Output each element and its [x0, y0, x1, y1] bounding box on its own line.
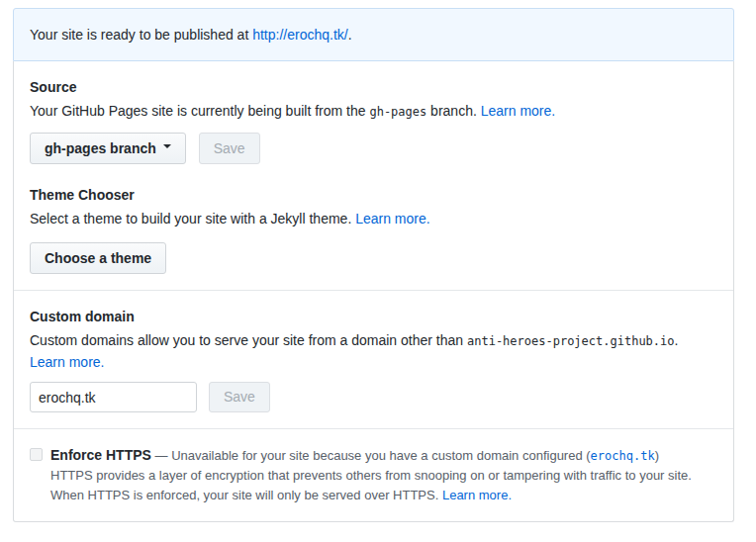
source-description: Your GitHub Pages site is currently bein…: [30, 101, 717, 123]
https-desc2-text: When HTTPS is enforced, your site will o…: [50, 488, 442, 502]
enforce-https-checkbox[interactable]: [30, 448, 43, 461]
banner-text-period: .: [348, 27, 352, 43]
theme-learn-more-link[interactable]: Learn more.: [355, 211, 429, 226]
https-description-line1: HTTPS provides a layer of encryption tha…: [50, 466, 692, 486]
enforce-https-label-line: Enforce HTTPS — Unavailable for your sit…: [50, 445, 692, 466]
source-heading: Source: [30, 77, 717, 97]
enforce-https-label: Enforce HTTPS: [50, 447, 151, 463]
branch-name-code: gh-pages: [369, 105, 426, 119]
publish-ready-banner: Your site is ready to be published at ht…: [13, 8, 734, 61]
branch-select-dropdown[interactable]: gh-pages branch: [30, 133, 186, 164]
github-pages-settings: Your site is ready to be published at ht…: [13, 8, 734, 522]
published-url-link[interactable]: http://erochq.tk/: [252, 27, 348, 43]
domain-desc-text: Custom domains allow you to serve your s…: [30, 332, 467, 348]
https-domain-link[interactable]: erochq.tk: [591, 449, 655, 463]
source-theme-section: Source Your GitHub Pages site is current…: [14, 61, 733, 290]
theme-desc-text: Select a theme to build your site with a…: [30, 211, 355, 226]
https-description-line2: When HTTPS is enforced, your site will o…: [50, 486, 692, 505]
source-controls: gh-pages branch Save: [30, 133, 717, 164]
branch-dropdown-label: gh-pages branch: [45, 140, 156, 156]
enforce-https-note: — Unavailable for your site because you …: [151, 448, 591, 463]
custom-domain-heading: Custom domain: [30, 307, 717, 326]
source-desc-text-2: branch.: [426, 103, 480, 119]
custom-domain-controls: Save: [30, 382, 717, 412]
enforce-https-note-close: ): [655, 448, 659, 463]
https-learn-more-link[interactable]: Learn more.: [442, 488, 512, 502]
enforce-https-section: Enforce HTTPS — Unavailable for your sit…: [14, 428, 733, 521]
source-save-button[interactable]: Save: [199, 133, 260, 164]
domain-learn-more-link[interactable]: Learn more.: [30, 354, 104, 370]
source-desc-text: Your GitHub Pages site is currently bein…: [30, 103, 369, 119]
custom-domain-section: Custom domain Custom domains allow you t…: [14, 290, 733, 428]
domain-desc-text-2: .: [675, 332, 679, 348]
theme-chooser-heading: Theme Chooser: [30, 185, 717, 205]
pages-settings-box: Source Your GitHub Pages site is current…: [13, 61, 734, 522]
enforce-https-content: Enforce HTTPS — Unavailable for your sit…: [50, 445, 692, 505]
banner-text: Your site is ready to be published at: [30, 27, 252, 43]
choose-theme-button[interactable]: Choose a theme: [30, 242, 166, 274]
theme-chooser-description: Select a theme to build your site with a…: [30, 209, 717, 229]
custom-domain-description: Custom domains allow you to serve your s…: [30, 330, 717, 373]
default-domain-code: anti-heroes-project.github.io: [467, 334, 675, 348]
custom-domain-input[interactable]: [30, 382, 197, 412]
dropdown-caret-icon: [163, 144, 171, 152]
enforce-https-row: Enforce HTTPS — Unavailable for your sit…: [30, 445, 717, 505]
source-learn-more-link[interactable]: Learn more.: [481, 103, 555, 119]
custom-domain-save-button[interactable]: Save: [209, 382, 270, 412]
